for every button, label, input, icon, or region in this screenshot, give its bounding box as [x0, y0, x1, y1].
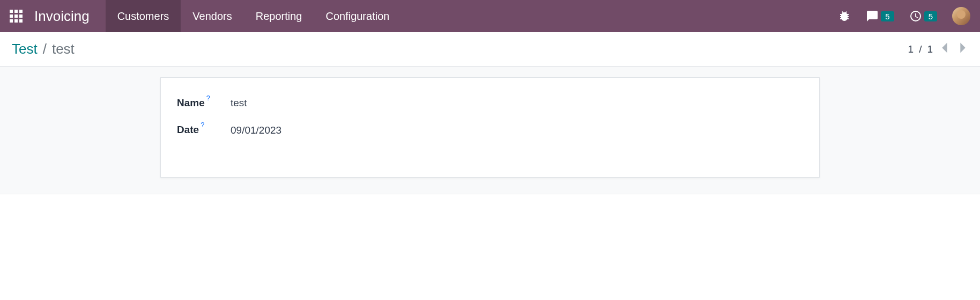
messages-badge: 5 [881, 11, 894, 21]
top-navbar: Invoicing Customers Vendors Reporting Co… [0, 0, 980, 32]
pager: 1 / 1 [908, 40, 969, 58]
breadcrumb-current: test [52, 41, 75, 57]
control-bar: Test / test 1 / 1 [0, 32, 980, 67]
nav-right: 5 5 [838, 7, 970, 25]
debug-icon[interactable] [838, 10, 851, 23]
date-label: Date? [177, 123, 231, 136]
app-brand[interactable]: Invoicing [34, 8, 90, 25]
main-menu: Customers Vendors Reporting Configuratio… [106, 0, 402, 32]
pager-next-icon[interactable] [956, 40, 969, 58]
field-row-date: Date? 09/01/2023 [177, 123, 803, 136]
pager-sep: / [919, 43, 922, 55]
date-value[interactable]: 09/01/2023 [231, 125, 281, 136]
help-icon[interactable]: ? [201, 121, 204, 129]
name-label-text: Name [177, 97, 205, 108]
breadcrumb-separator: / [43, 41, 47, 57]
menu-reporting[interactable]: Reporting [244, 0, 314, 32]
help-icon[interactable]: ? [206, 94, 210, 102]
menu-customers[interactable]: Customers [106, 0, 181, 32]
apps-icon[interactable] [10, 10, 23, 23]
content-area: Name? test Date? 09/01/2023 [0, 67, 980, 194]
name-value[interactable]: test [231, 97, 247, 109]
activities-icon[interactable]: 5 [909, 10, 937, 23]
activities-badge: 5 [924, 11, 937, 21]
breadcrumb: Test / test [12, 41, 75, 57]
pager-prev-icon[interactable] [938, 40, 951, 58]
messages-icon[interactable]: 5 [866, 10, 894, 23]
pager-total: 1 [927, 43, 933, 55]
date-label-text: Date [177, 125, 199, 136]
pager-current[interactable]: 1 [908, 43, 914, 55]
menu-configuration[interactable]: Configuration [314, 0, 401, 32]
field-row-name: Name? test [177, 96, 803, 109]
breadcrumb-parent[interactable]: Test [12, 41, 38, 57]
name-label: Name? [177, 96, 231, 109]
menu-vendors[interactable]: Vendors [181, 0, 243, 32]
form-sheet: Name? test Date? 09/01/2023 [160, 77, 820, 178]
user-avatar[interactable] [952, 7, 970, 25]
